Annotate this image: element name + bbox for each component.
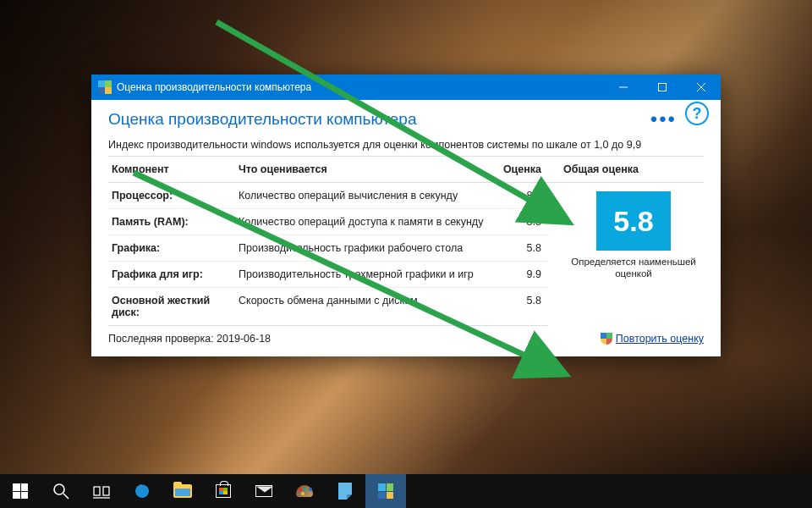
app-tile-icon <box>378 483 393 499</box>
cell-score: 8.3 <box>489 183 548 209</box>
taskbar-edge[interactable] <box>122 474 162 508</box>
cell-what: Производительность графики рабочего стол… <box>235 235 489 262</box>
cell-component: Процессор: <box>108 183 235 209</box>
search-icon <box>52 483 69 500</box>
task-view-button[interactable] <box>81 474 122 508</box>
table-header-row: Компонент Что оценивается Оценка Общая о… <box>108 157 704 183</box>
help-icon[interactable]: ? <box>685 102 709 125</box>
taskbar-paint[interactable] <box>284 474 325 508</box>
search-button[interactable] <box>41 474 81 508</box>
edge-icon <box>134 483 151 500</box>
cell-what: Количество операций доступа к памяти в с… <box>235 209 489 235</box>
folder-icon <box>173 484 192 498</box>
titlebar[interactable]: Оценка производительности компьютера <box>91 75 721 100</box>
minimize-button[interactable] <box>604 75 643 100</box>
cell-score: 5.8 <box>489 288 548 326</box>
overall-score-box: 5.8 <box>596 191 671 251</box>
subtitle-text: Индекс производительности windows исполь… <box>108 139 650 151</box>
svg-rect-9 <box>103 487 109 495</box>
svg-point-6 <box>54 484 64 494</box>
window-title: Оценка производительности компьютера <box>117 81 604 93</box>
task-view-icon <box>93 483 110 500</box>
overall-caption: Определяется наименьшей оценкой <box>563 256 704 280</box>
cell-what: Количество операций вычисления в секунду <box>235 183 489 209</box>
maximize-button[interactable] <box>643 75 682 100</box>
table-row: Процессор: Количество операций вычислени… <box>108 183 704 209</box>
paint-icon <box>296 485 313 497</box>
taskbar <box>0 474 812 508</box>
window-content: Оценка производительности компьютера •••… <box>91 100 721 356</box>
svg-rect-8 <box>94 487 100 495</box>
more-icon[interactable]: ••• <box>650 115 677 124</box>
footer-row: Последняя проверка: 2019-06-18 Повторить… <box>108 326 704 345</box>
header-overall: Общая оценка <box>548 157 704 183</box>
last-check-value: 2019-06-18 <box>217 333 271 345</box>
store-icon <box>216 484 231 498</box>
overall-cell: 5.8 Определяется наименьшей оценкой <box>548 183 704 326</box>
header-what: Что оценивается <box>235 157 489 183</box>
app-icon <box>98 80 112 94</box>
last-check-label: Последняя проверка: <box>108 333 214 345</box>
rerun-link[interactable]: Повторить оценку <box>616 333 704 345</box>
cell-component: Графика для игр: <box>108 262 235 288</box>
cell-what: Скорость обмена данными с диском <box>235 288 489 326</box>
cell-component: Основной жесткий диск: <box>108 288 235 326</box>
cell-score: 8.3 <box>489 209 548 235</box>
taskbar-mail[interactable] <box>244 474 284 508</box>
start-button[interactable] <box>0 474 41 508</box>
header-component: Компонент <box>108 157 235 183</box>
windows-logo-icon <box>13 483 28 499</box>
taskbar-store[interactable] <box>203 474 244 508</box>
header-score: Оценка <box>489 157 548 183</box>
notepad-icon <box>338 483 352 500</box>
taskbar-explorer[interactable] <box>162 474 203 508</box>
svg-rect-1 <box>659 84 667 91</box>
cell-what: Производительность трехмерной графики и … <box>235 262 489 288</box>
close-button[interactable] <box>682 75 721 100</box>
cell-component: Графика: <box>108 235 235 262</box>
scores-table: Компонент Что оценивается Оценка Общая о… <box>108 156 704 326</box>
mail-icon <box>255 485 272 497</box>
page-title: Оценка производительности компьютера <box>108 110 650 129</box>
cell-score: 5.8 <box>489 235 548 262</box>
taskbar-active-app[interactable] <box>365 474 406 508</box>
taskbar-notepad[interactable] <box>325 474 365 508</box>
cell-component: Память (RAM): <box>108 209 235 235</box>
shield-icon <box>601 333 612 345</box>
svg-line-7 <box>63 494 69 499</box>
assessment-window: Оценка производительности компьютера Оце… <box>91 75 721 356</box>
cell-score: 9.9 <box>489 262 548 288</box>
